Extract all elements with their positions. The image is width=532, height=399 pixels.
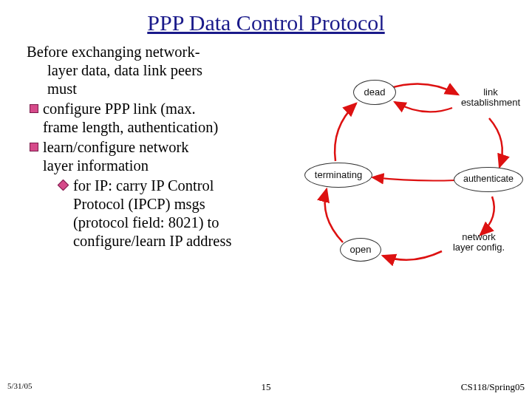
sub-line: configure/learn IP address xyxy=(73,232,231,250)
bullet-item: configure PPP link (max. frame length, a… xyxy=(30,100,290,137)
intro-line: must xyxy=(27,80,290,98)
state-link-establishment: link establishment xyxy=(455,87,526,109)
state-diagram: dead terminating authenticate open link … xyxy=(300,72,519,287)
text-column: Before exchanging network- layer data, d… xyxy=(27,43,290,287)
bullet-line: learn/configure network xyxy=(43,138,290,157)
state-dead: dead xyxy=(353,80,396,105)
footer-course: CS118/Spring05 xyxy=(461,381,525,393)
slide-title: PPP Data Control Protocol xyxy=(0,0,532,43)
state-authenticate: authenticate xyxy=(454,167,523,192)
bullet-text: learn/configure network layer informatio… xyxy=(43,138,290,250)
content-area: Before exchanging network- layer data, d… xyxy=(0,43,532,287)
bullet-item: learn/configure network layer informatio… xyxy=(30,138,290,250)
diamond-bullet-icon xyxy=(58,180,69,191)
bullet-line: configure PPP link (max. xyxy=(43,100,290,118)
bullet-line: frame length, authentication) xyxy=(43,118,290,137)
sub-line: Protocol (IPCP) msgs xyxy=(73,195,231,214)
intro-text: Before exchanging network- layer data, d… xyxy=(27,43,290,98)
slide-footer: 5/31/05 15 CS118/Spring05 xyxy=(0,381,532,393)
label-line: establishment xyxy=(455,98,526,108)
label-line: network xyxy=(442,232,516,242)
bullet-text: configure PPP link (max. frame length, a… xyxy=(43,100,290,137)
state-network-layer-config: network layer config. xyxy=(442,232,516,253)
footer-page-number: 15 xyxy=(262,381,271,393)
sub-line: (protocol field: 8021) to xyxy=(73,214,231,232)
node-label: open xyxy=(350,245,372,255)
sub-bullet-item: for IP: carry IP Control Protocol (IPCP)… xyxy=(59,177,290,250)
node-label: authenticate xyxy=(463,174,514,185)
state-terminating: terminating xyxy=(304,163,372,188)
label-line: layer config. xyxy=(442,242,516,253)
sub-bullet-text: for IP: carry IP Control Protocol (IPCP)… xyxy=(73,177,231,250)
node-label: dead xyxy=(364,87,386,98)
intro-line: Before exchanging network- xyxy=(27,43,290,61)
square-bullet-icon xyxy=(30,104,38,113)
label-line: link xyxy=(455,87,526,98)
sub-line: for IP: carry IP Control xyxy=(73,177,231,195)
bullet-line: layer information xyxy=(43,157,290,175)
intro-line: layer data, data link peers xyxy=(27,61,290,80)
state-open: open xyxy=(340,238,381,262)
square-bullet-icon xyxy=(30,143,38,151)
footer-date: 5/31/05 xyxy=(7,381,33,393)
node-label: terminating xyxy=(315,170,362,180)
